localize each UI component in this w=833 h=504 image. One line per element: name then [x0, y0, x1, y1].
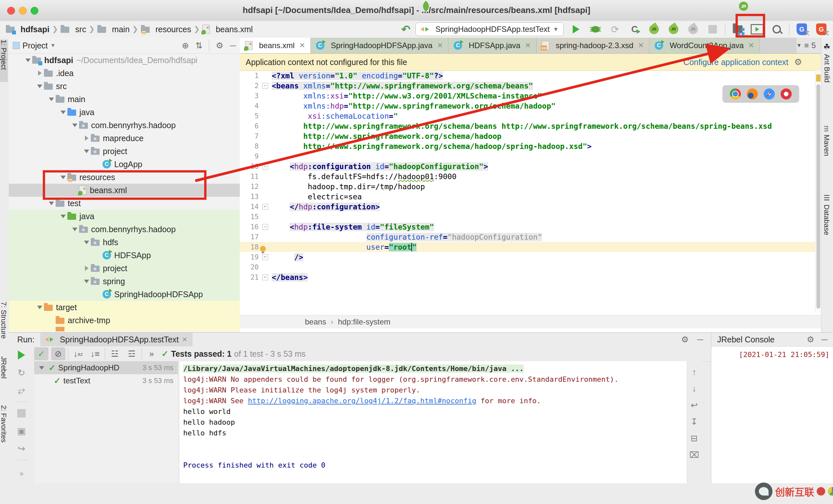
sidebar-item-database[interactable]: ☰Database: [822, 194, 831, 249]
breadcrumb-item-src[interactable]: src: [61, 25, 86, 34]
rerun-failed-tests-icon[interactable]: ↻: [18, 367, 25, 379]
more-icon[interactable]: »: [20, 468, 23, 480]
scroll-down-icon[interactable]: ↓: [692, 384, 696, 394]
tree-chevron-icon[interactable]: [47, 202, 56, 205]
project-structure-button[interactable]: [731, 22, 745, 36]
tree-row-project[interactable]: project: [9, 262, 240, 275]
tab-spring-hadoop-xsd[interactable]: spring-hadoop-2.3.xsd✕: [537, 38, 649, 53]
run-button[interactable]: [569, 22, 583, 36]
tree-row-hdfsapi[interactable]: hdfsapi~/Documents/Idea_Demo/hdfsapi: [9, 54, 240, 67]
tree-row-beans.xml[interactable]: beans.xml: [9, 184, 240, 197]
chrome-icon[interactable]: [730, 89, 741, 100]
debug-button[interactable]: [588, 22, 603, 36]
rerun-button[interactable]: [18, 349, 25, 361]
gear-icon[interactable]: ⚙: [216, 41, 223, 51]
tree-chevron-icon[interactable]: [47, 98, 56, 101]
sidebar-item-project[interactable]: 1: Project: [0, 40, 8, 82]
breadcrumb-item-resources[interactable]: resources: [141, 25, 191, 34]
tree-row-mapreduce[interactable]: mapreduce: [9, 132, 240, 145]
code-line-16[interactable]: 16− <hdp:file-system id="fileSystem": [240, 222, 815, 232]
intention-bulb-icon[interactable]: [260, 246, 266, 252]
warning-stripe-mark[interactable]: [816, 74, 820, 82]
breadcrumb-beans[interactable]: beans: [305, 317, 326, 326]
tree-row-SpringHadoopHDFSApp[interactable]: SpringHadoopHDFSApp: [9, 288, 240, 301]
project-pane-selector[interactable]: Project: [22, 41, 48, 50]
tab-springhadoophdfsapp-java[interactable]: SpringHadoopHDFSApp.java✕: [311, 38, 449, 53]
show-ignored-toggle[interactable]: ⊘: [51, 347, 65, 360]
expand-all-icon[interactable]: ☳: [108, 347, 122, 360]
fold-marker-icon[interactable]: −: [259, 83, 272, 89]
tree-chevron-icon[interactable]: [24, 58, 32, 62]
clear-console-icon[interactable]: ⌧: [690, 450, 699, 460]
console-link[interactable]: http://logging.apache.org/log4j/1.2/faq.…: [248, 397, 476, 405]
firefox-icon[interactable]: [747, 89, 758, 100]
translate-plugin-icon[interactable]: G: [794, 22, 809, 36]
tree-row-HDFSApp[interactable]: HDFSApp: [9, 249, 240, 262]
code-line-13[interactable]: 13 electric=sea: [240, 192, 815, 202]
hide-panel-icon[interactable]: ─: [822, 334, 828, 345]
sidebar-item-structure[interactable]: 7: Structure: [0, 302, 8, 351]
debug-with-jrebel-button[interactable]: [666, 22, 681, 36]
close-icon[interactable]: ✕: [299, 41, 305, 50]
tree-row-test[interactable]: test: [9, 197, 240, 210]
sidebar-item-ant-build[interactable]: ☘Ant Build: [822, 42, 831, 104]
sort-by-duration-icon[interactable]: ↓≡: [88, 347, 102, 360]
tree-row-hdfs[interactable]: hdfs: [9, 236, 240, 249]
tree-row-project[interactable]: project: [9, 145, 240, 158]
soft-wrap-icon[interactable]: ↩: [691, 400, 698, 410]
tree-chevron-icon[interactable]: [71, 228, 79, 231]
tree-row-spring[interactable]: spring: [9, 275, 240, 288]
print-icon[interactable]: ⊟: [691, 433, 698, 444]
code-line-15[interactable]: 15: [240, 212, 815, 222]
configure-application-context-link[interactable]: Configure application context: [683, 57, 788, 67]
code-line-14[interactable]: 14⌐ </hdp:configuration>: [240, 202, 815, 212]
tree-row-src[interactable]: src: [9, 80, 240, 93]
code-line-20[interactable]: 20: [240, 262, 815, 272]
breadcrumb-item-beans-xml[interactable]: beans.xml: [203, 25, 253, 34]
code-line-17[interactable]: 17 configuration-ref="hadoopConfiguratio…: [240, 232, 815, 242]
editor-scrollbar[interactable]: [815, 71, 821, 312]
gear-icon[interactable]: ⚙: [681, 334, 689, 345]
code-line-9[interactable]: 9: [240, 151, 815, 161]
run-tab[interactable]: SpringHadoopHDFSApp.testText ✕: [40, 333, 192, 346]
close-icon[interactable]: ✕: [525, 41, 531, 50]
show-passed-toggle[interactable]: ✓: [34, 347, 48, 360]
code-line-10[interactable]: 10− <hdp:configuration id="hadoopConfigu…: [240, 161, 815, 171]
safari-icon[interactable]: [764, 89, 775, 100]
tree-row-partial[interactable]: [9, 327, 240, 331]
breadcrumb-file-system[interactable]: hdp:file-system: [338, 317, 390, 326]
tree-row-.idea[interactable]: .idea: [9, 67, 240, 80]
close-icon[interactable]: ✕: [638, 41, 644, 50]
profiler-button[interactable]: C: [627, 22, 642, 36]
scrollbar-thumb[interactable]: [816, 84, 820, 308]
tree-row-java[interactable]: java: [9, 210, 240, 223]
tree-row-com.bennyrhys.hadoop[interactable]: com.bennyrhys.hadoop: [9, 223, 240, 236]
run-console-output[interactable]: /Library/Java/JavaVirtualMachines/adopto…: [179, 361, 691, 483]
sidebar-item-jrebel[interactable]: JRebel: [0, 356, 8, 392]
tree-chevron-icon[interactable]: [82, 150, 91, 153]
gear-icon[interactable]: ⚙: [807, 334, 814, 345]
code-editor[interactable]: 1<?xml version="1.0" encoding="UTF-8"?>2…: [240, 71, 815, 312]
code-line-5[interactable]: 5 xsi:schemaLocation=": [240, 111, 815, 121]
jrebel-sync-icon[interactable]: ⥂: [18, 384, 25, 396]
tab-hdfsapp-java[interactable]: HDFSApp.java✕: [448, 38, 536, 53]
code-line-1[interactable]: 1<?xml version="1.0" encoding="UTF-8"?>: [240, 71, 815, 81]
banner-gear-icon[interactable]: ⚙: [794, 57, 802, 67]
run-configuration-select[interactable]: SpringHadoopHDFSApp.testText ▼: [415, 22, 564, 36]
test-case-row[interactable]: ✓ testText 3 s 53 ms: [34, 374, 178, 387]
run-with-jrebel-button[interactable]: [647, 22, 661, 36]
tree-row-java[interactable]: java: [9, 106, 240, 119]
tree-row-com.bennyrhys.hadoop[interactable]: com.bennyrhys.hadoop: [9, 119, 240, 132]
tree-chevron-icon[interactable]: [59, 110, 67, 114]
fold-marker-icon[interactable]: −: [259, 163, 272, 170]
run-anything-button[interactable]: [750, 22, 764, 36]
search-everywhere-icon[interactable]: [769, 22, 784, 36]
tree-chevron-icon[interactable]: [35, 84, 44, 88]
more-actions-icon[interactable]: »: [144, 347, 159, 360]
code-line-11[interactable]: 11 fs.defaultFS=hdfs://hadoop01:9000: [240, 171, 815, 181]
tree-chevron-icon[interactable]: [59, 176, 67, 179]
tree-row-resources[interactable]: resources: [9, 171, 240, 184]
tree-chevron-icon[interactable]: [35, 306, 44, 309]
tree-row-LogApp[interactable]: LogApp: [9, 158, 240, 171]
fold-marker-icon[interactable]: ⌐: [259, 274, 272, 280]
